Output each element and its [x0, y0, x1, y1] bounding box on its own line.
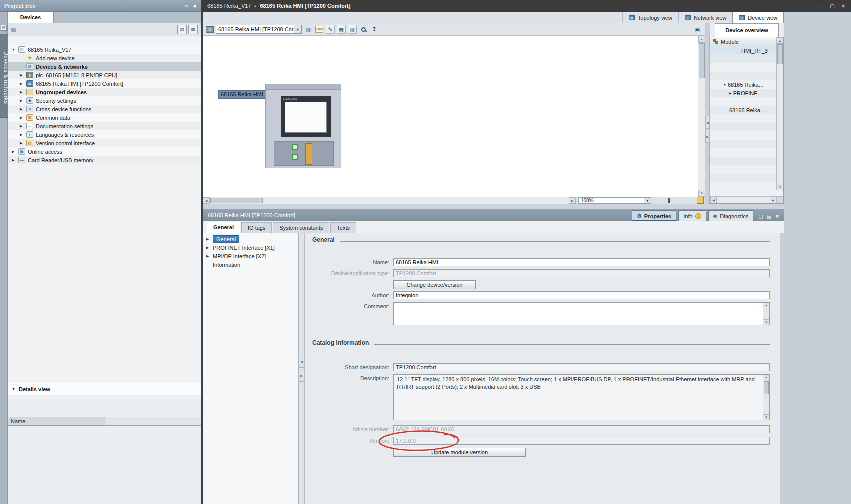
comment-textarea[interactable]: ▲ ▼: [394, 302, 770, 325]
tree-item-add-new-device[interactable]: Add new device: [8, 54, 201, 62]
tree-item-security-settings[interactable]: ▶ Security settings: [8, 96, 201, 105]
expander-closed-icon[interactable]: ▶: [20, 90, 26, 94]
scroll-right-icon[interactable]: ▶: [770, 197, 776, 203]
tab-diagnostics[interactable]: ◉ Diagnostics: [708, 210, 754, 221]
expander-closed-icon[interactable]: ▶: [20, 107, 26, 111]
overview-row-empty[interactable]: [710, 140, 776, 148]
subtab-general[interactable]: General: [207, 222, 240, 233]
device-view-canvas[interactable]: 68165 Reika HMI SIEMENS: [203, 36, 698, 197]
zoom-slider[interactable]: [656, 198, 695, 203]
expander-closed-icon[interactable]: ▶: [20, 124, 26, 128]
scroll-up-icon[interactable]: ▲: [698, 36, 706, 43]
nav-item-profinet-interface[interactable]: ▶ PROFINET Interface [X1]: [203, 243, 298, 252]
expander-closed-icon[interactable]: ▶: [20, 82, 26, 86]
expander-closed-icon[interactable]: ▶: [20, 73, 26, 77]
breadcrumb-current[interactable]: 68165 Reika HMI [TP1200 Comfort]: [260, 3, 350, 9]
overview-row-empty[interactable]: [710, 63, 776, 72]
tab-devices[interactable]: Devices: [8, 12, 54, 23]
tree-item-plc[interactable]: ▶ plc_68165 [IM151-8 PN/DP CPU]: [8, 71, 201, 79]
nav-item-mpi-dp-interface[interactable]: ▶ MPI/DP Interface [X2]: [203, 252, 298, 260]
detach-panel-icon[interactable]: ▢: [758, 214, 763, 219]
expander-closed-icon[interactable]: ▶: [12, 158, 18, 162]
overview-row-empty[interactable]: [710, 123, 776, 131]
scrollbar-thumb[interactable]: [778, 44, 783, 64]
list-view-button[interactable]: ▤: [178, 25, 187, 34]
grid-toggle-icon[interactable]: ▦: [337, 25, 346, 34]
tree-item-online-access[interactable]: ▶ Online access: [8, 147, 201, 156]
expander-closed-icon[interactable]: ▶: [20, 116, 26, 120]
close-window-icon[interactable]: ×: [838, 1, 849, 10]
collapse-panel-icon[interactable]: ◀: [190, 2, 198, 9]
overview-row-empty[interactable]: [710, 131, 776, 140]
overview-horizontal-scrollbar[interactable]: ◀ ▶: [710, 196, 776, 203]
panel-menu-icon[interactable]: ▤: [767, 214, 772, 219]
tree-item-documentation-settings[interactable]: ▶ Documentation settings: [8, 122, 201, 130]
overview-row-station[interactable]: 68165 Reika...: [710, 106, 776, 114]
tree-item-devices-networks[interactable]: Devices & networks: [8, 62, 201, 71]
tree-filter-icon[interactable]: ▧: [11, 26, 16, 33]
details-name-column-header[interactable]: Name: [8, 417, 106, 426]
device-selector-dropdown[interactable]: 68165 Reika HMI [TP1200 Cor ▼: [216, 25, 302, 34]
device-overview-tab[interactable]: Device overview: [715, 23, 779, 37]
tab-properties[interactable]: ⚙ Properties: [632, 210, 676, 221]
scrollbar-thumb[interactable]: [764, 381, 769, 394]
expander-closed-icon[interactable]: ▶: [730, 91, 732, 95]
expander-open-icon[interactable]: ▼: [724, 83, 726, 86]
collapse-panel-icon[interactable]: ▼: [775, 214, 780, 219]
overview-row-empty[interactable]: [710, 165, 776, 174]
hmi-device-graphic[interactable]: SIEMENS: [266, 84, 342, 168]
zoom-magnifier-icon[interactable]: [359, 25, 368, 34]
canvas-vertical-scrollbar[interactable]: ▲ ▼: [698, 36, 705, 197]
table-columns-icon[interactable]: ▥: [348, 25, 357, 34]
overview-row-hmi-rt[interactable]: HMI_RT_3: [710, 46, 776, 55]
subtab-system-constants[interactable]: System constants: [273, 222, 330, 233]
device-name-label[interactable]: 68165 Reika HMI: [218, 90, 266, 99]
overview-row-empty[interactable]: [710, 182, 776, 190]
update-module-version-button[interactable]: Update module version: [394, 448, 526, 457]
canvas-horizontal-scrollbar[interactable]: ◀ ▶: [203, 197, 576, 204]
tree-item-common-data[interactable]: ▶ Common data: [8, 113, 201, 122]
author-input[interactable]: [394, 291, 770, 299]
overview-row-station[interactable]: ▼68165 Reika...: [710, 80, 776, 89]
overview-navigation-icon[interactable]: [697, 197, 704, 204]
minimize-window-icon[interactable]: ─: [816, 1, 827, 10]
inspector-splitter[interactable]: ◀ ▶: [299, 233, 305, 504]
scroll-up-icon[interactable]: ▲: [764, 375, 770, 380]
expander-closed-icon[interactable]: ▶: [206, 246, 210, 250]
nav-item-information[interactable]: Information: [203, 260, 298, 269]
comment-scrollbar[interactable]: ▲ ▼: [763, 303, 770, 325]
scrollbar-thumb[interactable]: [699, 43, 705, 78]
overview-row-empty[interactable]: [710, 174, 776, 182]
expander-closed-icon[interactable]: ▶: [20, 133, 26, 137]
details-view-header[interactable]: ▼ Details view: [8, 383, 201, 395]
overview-row-profinet[interactable]: ▶PROFINE...: [710, 89, 776, 97]
show-addresses-icon[interactable]: NAME: [315, 25, 324, 34]
expander-closed-icon[interactable]: ▶: [206, 237, 210, 241]
expander-closed-icon[interactable]: ▶: [20, 99, 26, 103]
zoom-slider-handle[interactable]: [668, 198, 670, 203]
overview-row-empty[interactable]: [710, 55, 776, 63]
scroll-left-icon[interactable]: ◀: [710, 197, 717, 203]
tree-item-hmi[interactable]: ▶ 68165 Reika HMI [TP1200 Comfort]: [8, 79, 201, 88]
description-scrollbar[interactable]: ▲ ▼: [763, 375, 770, 420]
scroll-down-icon[interactable]: ▼: [764, 319, 770, 325]
tree-item-cross-device-functions[interactable]: ▶ Cross-device functions: [8, 105, 201, 113]
tab-info[interactable]: Info i: [678, 210, 706, 221]
expander-open-icon[interactable]: ▼: [12, 48, 18, 51]
zoom-level-dropdown[interactable]: 100% ▼: [578, 197, 652, 204]
collapse-left-icon[interactable]: ◀: [706, 116, 710, 129]
scroll-down-icon[interactable]: ▼: [777, 184, 784, 190]
scroll-down-icon[interactable]: ▼: [764, 414, 770, 420]
network-view-button[interactable]: ⌗ Network view: [678, 12, 732, 23]
module-column-header[interactable]: Module: [710, 37, 776, 46]
expander-closed-icon[interactable]: ▶: [12, 150, 18, 154]
collapse-right-icon[interactable]: ▶: [706, 130, 710, 143]
device-view-button[interactable]: ▥ Device view: [732, 12, 784, 23]
overview-row-empty[interactable]: [710, 148, 776, 157]
topology-view-button[interactable]: ▦ Topology view: [622, 12, 678, 23]
breadcrumb-root[interactable]: 68165 Reika_V17: [208, 3, 251, 9]
collapse-right-icon[interactable]: ▶: [299, 369, 304, 382]
collapse-left-icon[interactable]: ◀: [299, 355, 304, 368]
rail-panel-icon[interactable]: ▤: [1, 25, 7, 31]
tree-item-card-reader[interactable]: ▶ Card Reader/USB memory: [8, 156, 201, 164]
